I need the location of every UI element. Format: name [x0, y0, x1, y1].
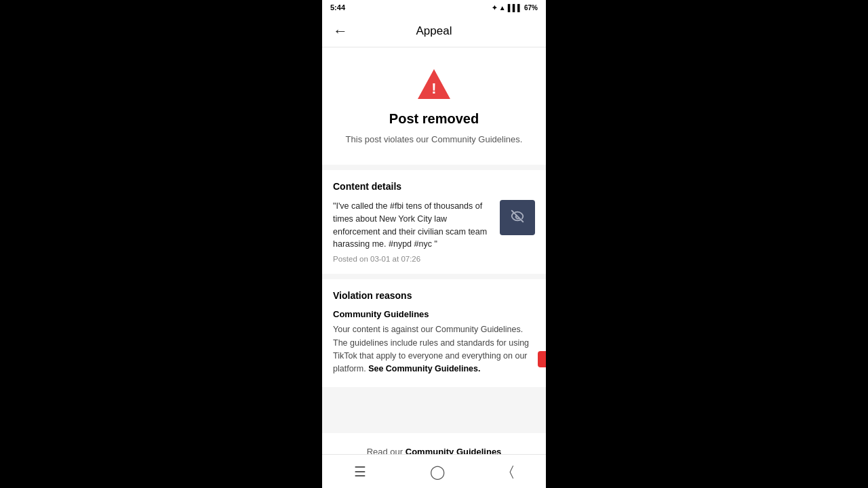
content-details-heading: Content details: [333, 181, 535, 192]
content-spacer: [322, 392, 546, 433]
post-thumbnail: [500, 200, 535, 235]
phone-screen: 5:44 ✦ ▲ ▌▌▌ 67% ← Appeal ! Post removed…: [322, 0, 546, 488]
post-removed-subtitle: This post violates our Community Guideli…: [346, 134, 523, 146]
back-nav-icon[interactable]: 〈: [509, 464, 514, 479]
violation-subheading: Community Guidelines: [333, 309, 535, 319]
violation-reasons-section: Violation reasons Community Guidelines Y…: [322, 279, 546, 387]
hidden-video-icon: [510, 209, 525, 227]
nav-bar: ← Appeal: [322, 15, 546, 47]
post-info: "I've called the #fbi tens of thousands …: [333, 200, 492, 263]
scroll-indicator: [538, 351, 546, 367]
network-icon: ▲: [499, 4, 506, 12]
hero-section: ! Post removed This post violates our Co…: [322, 47, 546, 165]
community-guidelines-link[interactable]: Community Guidelines: [406, 447, 502, 454]
see-guidelines-link[interactable]: See Community Guidelines.: [368, 364, 480, 373]
read-our-text: Read our: [367, 447, 403, 454]
violation-reasons-heading: Violation reasons: [333, 290, 535, 301]
menu-icon[interactable]: ☰: [354, 464, 366, 480]
time-display: 5:44: [330, 3, 345, 12]
content-details-section: Content details "I've called the #fbi te…: [322, 170, 546, 274]
back-button[interactable]: ←: [333, 24, 348, 39]
bottom-cg-section: Read our Community Guidelines: [322, 433, 546, 454]
home-icon[interactable]: ◯: [430, 464, 445, 480]
scroll-content[interactable]: ! Post removed This post violates our Co…: [322, 47, 546, 454]
svg-text:!: !: [431, 80, 436, 97]
post-removed-title: Post removed: [389, 111, 479, 127]
page-title: Appeal: [416, 24, 452, 38]
post-date: Posted on 03-01 at 07:26: [333, 255, 492, 263]
status-icons: ✦ ▲ ▌▌▌ 67%: [492, 4, 538, 12]
content-detail-row: "I've called the #fbi tens of thousands …: [333, 200, 535, 263]
status-bar: 5:44 ✦ ▲ ▌▌▌ 67%: [322, 0, 546, 15]
signal-icon: ▌▌▌: [508, 4, 522, 12]
warning-icon: !: [416, 66, 452, 102]
battery-icon: 67%: [524, 4, 538, 12]
bluetooth-icon: ✦: [492, 4, 497, 12]
status-time: 5:44: [330, 3, 345, 12]
bottom-nav: ☰ ◯ 〈: [322, 454, 546, 488]
violation-body-text: Your content is against our Community Gu…: [333, 323, 535, 376]
post-text: "I've called the #fbi tens of thousands …: [333, 200, 492, 251]
